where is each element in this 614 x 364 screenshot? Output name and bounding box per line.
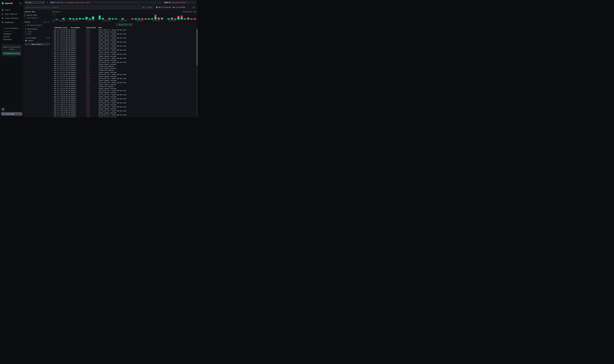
row-expand-chevron-icon[interactable] <box>52 58 53 58</box>
row-expand-chevron-icon[interactable] <box>52 50 53 50</box>
row-expand-chevron-icon[interactable] <box>52 94 53 95</box>
table-row[interactable]: May 15 1:42:26.920 PMpaymentinfoCharge r… <box>51 43 196 45</box>
row-expand-chevron-icon[interactable] <box>52 99 53 99</box>
search-input[interactable]: Search your events w/ Lucene ex. column:… <box>25 5 153 9</box>
checkbox-error[interactable] <box>25 31 26 32</box>
sidebar-item-dashboards[interactable]: Dashboards <box>0 20 23 25</box>
table-row[interactable]: May 15 1:42:13.019 PMpaymentinfoCharge r… <box>51 47 196 49</box>
table-row[interactable]: May 15 1:40:44.546 PMpaymentinfoCharge r… <box>51 92 196 94</box>
row-expand-chevron-icon[interactable] <box>52 36 53 36</box>
row-expand-chevron-icon[interactable] <box>52 105 53 105</box>
table-row[interactable]: May 15 1:42:04.376 PMpaymentinfoCharge r… <box>51 55 196 57</box>
table-row[interactable]: May 15 1:40:38.462 PMpaymentinfoCharge r… <box>51 96 196 98</box>
row-expand-chevron-icon[interactable] <box>52 88 53 89</box>
clear-servicename-button[interactable]: Clear <box>46 37 50 39</box>
row-expand-chevron-icon[interactable] <box>52 86 53 87</box>
clear-all-button[interactable]: Clear all <box>43 21 50 23</box>
row-expand-chevron-icon[interactable] <box>52 46 53 46</box>
row-expand-chevron-icon[interactable] <box>52 84 53 85</box>
column-header-body[interactable]: Body <box>98 27 197 28</box>
row-expand-chevron-icon[interactable] <box>52 74 53 75</box>
table-row[interactable]: May 15 1:41:47.823 PMpaymentinfoTransact… <box>51 69 196 71</box>
column-header-servicename[interactable]: ServiceName <box>70 27 86 28</box>
row-expand-chevron-icon[interactable] <box>52 109 53 109</box>
table-row[interactable]: May 15 1:42:36.188 PMpaymenterrorVisa ca… <box>51 37 196 39</box>
row-expand-chevron-icon[interactable] <box>52 68 53 69</box>
facet-option-info[interactable]: info <box>25 33 50 35</box>
table-row[interactable]: May 15 1:41:30.283 PMpaymenterrorVisa ca… <box>51 73 196 76</box>
table-row[interactable]: May 15 1:41:25.370 PMpaymentinfoCharge r… <box>51 79 196 81</box>
help-button[interactable]: ? <box>1 108 4 111</box>
table-row[interactable]: May 15 1:42:01.824 PMpaymenterrorVisa ca… <box>51 57 196 59</box>
create-dashboard-button[interactable]: + Create Dashboard <box>0 27 23 30</box>
sidebar-item-search[interactable]: Search <box>0 8 23 12</box>
row-expand-chevron-icon[interactable] <box>52 64 53 65</box>
table-row[interactable]: May 15 1:40:44.563 PMpaymenterrorVisa ca… <box>51 90 196 92</box>
toggle-sql[interactable]: SQL <box>142 7 145 8</box>
row-expand-chevron-icon[interactable] <box>52 52 53 52</box>
table-row[interactable]: May 15 1:40:24.219 PMpaymenterrorVisa ca… <box>51 102 196 104</box>
row-expand-chevron-icon[interactable] <box>52 78 53 79</box>
more-filters-button[interactable]: More filters <box>25 43 50 45</box>
column-separator[interactable] <box>85 27 86 28</box>
facet-option-error[interactable]: error <box>25 31 50 32</box>
table-row[interactable]: May 15 1:41:57.183 PMpaymenterrorVisa ca… <box>51 61 196 63</box>
row-expand-chevron-icon[interactable] <box>52 70 53 71</box>
table-row[interactable]: May 15 1:41:53.274 PMpaymentinfoTransact… <box>51 65 196 67</box>
table-row[interactable]: May 15 1:41:21.678 PMpaymenterrorVisa ca… <box>51 81 196 83</box>
table-row[interactable]: May 15 1:42:43.360 PMpaymenterrorVisa ca… <box>51 33 196 35</box>
table-row[interactable]: May 15 1:42:43.336 PMpaymentinfoCharge r… <box>51 35 196 37</box>
table-row[interactable]: May 15 1:41:47.766 PMpaymentinfoCharge r… <box>51 71 196 73</box>
tab-event-patterns[interactable]: Event Patterns <box>25 16 50 19</box>
row-expand-chevron-icon[interactable] <box>52 80 53 81</box>
row-expand-chevron-icon[interactable] <box>52 111 53 111</box>
table-row[interactable]: May 15 1:41:53.260 PMpaymentinfoCharge r… <box>51 67 196 69</box>
sidebar-item-chart-explorer[interactable]: Chart Explorer <box>0 12 23 16</box>
table-row[interactable]: May 15 1:40:14.511 PMpaymenterrorVisa ca… <box>51 106 196 108</box>
table-row[interactable]: May 15 1:42:50.843 PMpaymenterrorVisa ca… <box>51 29 196 31</box>
table-row[interactable]: May 15 1:41:14.361 PMpaymentinfoCharge r… <box>51 88 196 90</box>
row-expand-chevron-icon[interactable] <box>52 113 53 113</box>
preset-services[interactable]: Services <box>0 35 23 38</box>
table-row[interactable]: May 15 1:40:10.601 PMpaymenterrorVisa ca… <box>51 110 196 112</box>
row-expand-chevron-icon[interactable] <box>52 54 53 54</box>
select-query-input[interactable]: SELECT Timestamp, ServiceName, SeverityT… <box>49 1 161 4</box>
run-query-button[interactable] <box>192 5 196 9</box>
table-row[interactable]: May 15 1:40:07.410 PMpaymentinfoCharge r… <box>51 116 196 117</box>
row-expand-chevron-icon[interactable] <box>52 30 53 30</box>
row-expand-chevron-icon[interactable] <box>52 48 53 48</box>
table-row[interactable]: May 15 1:40:07.413 PMpaymenterrorVisa ca… <box>51 114 196 116</box>
sidebar-collapse-icon[interactable] <box>20 2 22 4</box>
column-header-timestamp[interactable]: Timestamp (Local) <box>53 27 70 28</box>
row-expand-chevron-icon[interactable] <box>52 76 53 77</box>
row-expand-chevron-icon[interactable] <box>52 40 53 40</box>
user-menu[interactable]: U Local mode <box>1 112 22 116</box>
table-row[interactable]: May 15 1:42:01.814 PMpaymentinfoCharge r… <box>51 59 196 61</box>
denoise-results-option[interactable]: Denoise Results <box>25 25 50 26</box>
table-row[interactable]: May 15 1:40:38.466 PMpaymenterrorVisa ca… <box>51 94 196 96</box>
preset-kubernetes[interactable]: Kubernetes <box>0 38 23 41</box>
preset-clickhouse[interactable]: Clickhouse <box>0 33 23 35</box>
table-row[interactable]: May 15 1:41:25.373 PMpaymenterrorVisa ca… <box>51 78 196 79</box>
checkbox-info[interactable] <box>25 33 26 35</box>
table-row[interactable]: May 15 1:40:26.445 PMpaymenterrorVisa ca… <box>51 98 196 100</box>
row-expand-chevron-icon[interactable] <box>52 107 53 107</box>
table-row[interactable]: May 15 1:42:50.834 PMpaymentinfoCharge r… <box>51 31 196 33</box>
column-header-severitytext[interactable]: SeverityText <box>86 27 98 28</box>
row-expand-chevron-icon[interactable] <box>52 115 53 115</box>
table-row[interactable]: May 15 1:40:14.505 PMpaymentinfoCharge r… <box>51 108 196 110</box>
scrollbar-thumb[interactable] <box>197 29 197 65</box>
table-row[interactable]: May 15 1:42:27.131 PMpaymenterrorVisa ca… <box>51 41 196 43</box>
row-expand-chevron-icon[interactable] <box>52 66 53 67</box>
order-by-input[interactable]: ORDER BY TimestampTime DESC <box>163 1 196 4</box>
column-separator[interactable] <box>70 27 70 28</box>
table-row[interactable]: May 15 1:41:21.652 PMpaymentinfoCharge r… <box>51 84 196 86</box>
table-row[interactable]: May 15 1:41:30.275 PMpaymentinfoCharge r… <box>51 76 196 78</box>
row-expand-chevron-icon[interactable] <box>52 117 53 117</box>
denoise-checkbox[interactable] <box>25 25 26 26</box>
toggle-lucene[interactable]: Lucene <box>147 7 152 8</box>
source-select[interactable]: Logs <box>25 1 45 4</box>
row-expand-chevron-icon[interactable] <box>52 56 53 56</box>
row-expand-chevron-icon[interactable] <box>52 82 53 83</box>
row-expand-chevron-icon[interactable] <box>52 32 53 32</box>
